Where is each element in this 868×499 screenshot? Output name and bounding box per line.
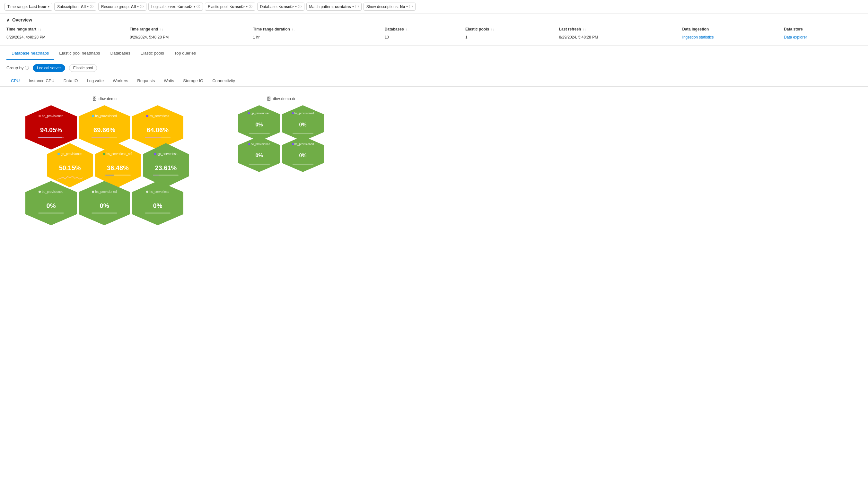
info-icon: ⓘ [249,4,252,9]
tab-cpu[interactable]: CPU [7,76,24,86]
logical-server-filter[interactable]: Logical server: <unset> ▾ ⓘ [148,2,203,11]
show-descriptions-value: No [400,4,405,9]
cluster-label: 🗄 dbw-demo [92,96,117,101]
hex-db-name: gp_serverless [157,152,177,156]
database-icon: 🗄 [92,96,97,101]
filter-bar: Time range: Last hour ▾ Subscription: Al… [0,0,868,13]
time-range-label: Time range: [8,4,28,9]
info-icon: ⓘ [197,4,200,9]
hex-bar [249,164,270,165]
tab-elastic-pool-heatmaps[interactable]: Elastic pool heatmaps [54,47,105,60]
dot-icon [154,153,156,155]
hex-db-name: gp_provisioned [61,152,83,156]
hex-value: 0% [47,202,56,209]
group-by-logical-server[interactable]: Logical server [33,64,65,72]
cell-data-store: Data explorer [784,33,861,42]
tab-connectivity[interactable]: Connectivity [208,76,240,86]
tab-database-heatmaps[interactable]: Database heatmaps [7,47,54,60]
tab-data-io[interactable]: Data IO [59,76,83,86]
database-icon: 🗄 [266,96,271,101]
col-data-store: Data store [784,26,861,33]
hex-cell-bc-provisioned-dr-2[interactable]: bc_provisioned 0% [282,136,324,172]
tab-log-write[interactable]: Log write [82,76,108,86]
hex-bar [293,164,313,165]
hex-bar [249,133,270,134]
hex-bar [105,174,131,177]
tab-workers[interactable]: Workers [108,76,133,86]
tab-databases[interactable]: Databases [105,47,135,60]
sort-icon[interactable]: ↑↓ [491,28,494,31]
time-range-filter[interactable]: Time range: Last hour ▾ [4,3,52,11]
tab-top-queries[interactable]: Top queries [169,47,201,60]
logical-server-label: Logical server: [151,4,176,9]
logical-server-value: <unset> [178,4,192,9]
tab-elastic-pools[interactable]: Elastic pools [135,47,169,60]
info-icon: ⓘ [140,4,144,9]
overview-section: ∧ Overview Time range start ↑↓ Time rang… [0,13,868,46]
tab-instance-cpu[interactable]: Instance CPU [24,76,59,86]
hex-cell-bc-provisioned-green-1[interactable]: bc_provisioned 0% [25,181,77,225]
hex-db-name: hs_serverless [149,190,169,194]
dot-icon [292,143,294,145]
overview-header[interactable]: ∧ Overview [7,17,861,23]
tab-requests[interactable]: Requests [133,76,159,86]
dot-icon [146,191,148,193]
hex-label: bc_provisioned [38,190,63,194]
chevron-down-icon: ▾ [406,5,408,8]
hex-cell-hs-serverless-green[interactable]: hs_serverless 0% [132,181,183,225]
hex-bar [153,174,179,177]
sort-icon[interactable]: ↑↓ [406,28,409,31]
tab-storage-io[interactable]: Storage IO [179,76,208,86]
info-icon: ⓘ [90,4,93,9]
show-descriptions-label: Show descriptions: [366,4,399,9]
elastic-pool-filter[interactable]: Elastic pool: <unset> ▾ ⓘ [205,2,255,11]
hex-bar [38,212,64,215]
cluster-label-dr: 🗄 dbw-demo-dr [266,96,296,101]
dot-icon [103,153,105,155]
chevron-down-icon: ▾ [137,5,139,8]
group-by-elastic-pool[interactable]: Elastic pool [69,64,97,72]
hex-label: gp_provisioned [248,112,270,115]
subscription-filter[interactable]: Subscription: All ▾ ⓘ [54,2,96,11]
table-row: 8/29/2024, 4:48:28 PM 8/29/2024, 5:48:28… [7,33,861,42]
cluster-name: dbw-demo [98,97,117,101]
tab-waits[interactable]: Waits [159,76,179,86]
dot-icon [92,115,94,117]
database-filter[interactable]: Database: <unset> ▾ ⓘ [257,2,305,11]
data-explorer-link[interactable]: Data explorer [784,35,807,39]
hex-value: 64.06% [147,126,169,134]
dot-icon [248,112,250,114]
match-pattern-filter[interactable]: Match pattern: contains ▾ ⓘ [306,2,361,11]
hex-bar [38,137,64,139]
hex-db-name: hs_serverless [149,114,169,118]
hex-cell-bc-provisioned-dr-1[interactable]: bc_provisioned 0% [238,136,280,172]
hex-db-name: bc_provisioned [42,114,63,118]
hex-value: 36.48% [107,164,129,172]
sparkline-chart [57,174,83,181]
hex-label: gp_serverless [154,152,177,156]
sort-icon[interactable]: ↑↓ [38,28,41,31]
hex-db-name: bc_provisioned [42,190,63,194]
chevron-down-icon: ▾ [194,5,195,8]
match-pattern-value: contains [335,4,351,9]
info-icon: ⓘ [355,4,359,9]
hex-cell-hs-provisioned-green[interactable]: hs_provisioned 0% [79,181,130,225]
hex-db-name: bc_provisioned [251,143,270,146]
ingestion-statistics-link[interactable]: Ingestion statistics [682,35,714,39]
sort-icon[interactable]: ↑↓ [583,28,586,31]
resource-group-filter[interactable]: Resource group: All ▾ ⓘ [98,2,146,11]
hex-bar [145,212,170,215]
info-icon: ⓘ [25,65,29,70]
show-descriptions-filter[interactable]: Show descriptions: No ▾ ⓘ [364,2,416,11]
hex-label: hs_provisioned [292,112,314,115]
sort-icon[interactable]: ↑↓ [160,28,163,31]
col-elastic-pools: Elastic pools ↑↓ [465,26,559,33]
match-pattern-label: Match pattern: [309,4,334,9]
col-databases: Databases ↑↓ [385,26,465,33]
hex-row-2: gp_provisioned 50.15% hs_serverless_nr1 [46,143,189,188]
group-by-label: Group by ⓘ [7,65,29,71]
hex-label: hs_serverless [146,114,169,118]
database-value: <unset> [279,4,294,9]
chevron-down-icon: ▾ [87,5,88,8]
sort-icon[interactable]: ↑↓ [292,28,295,31]
